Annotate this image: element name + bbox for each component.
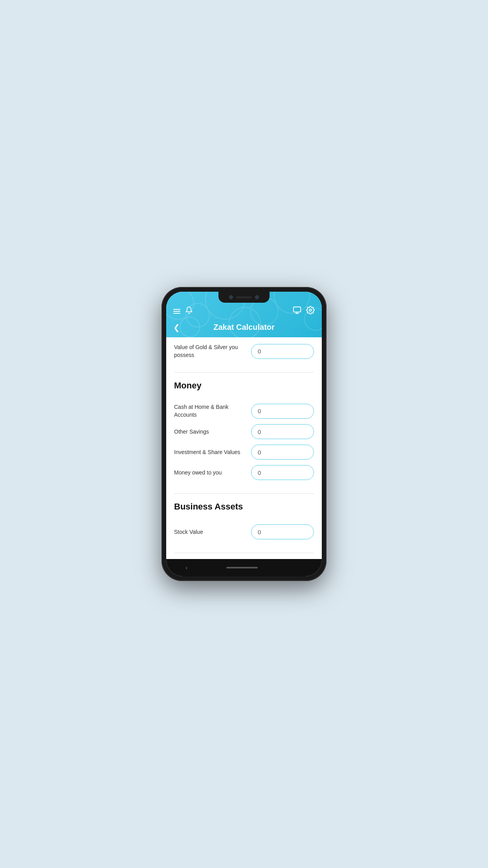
cash-bank-row: Cash at Home & Bank Accounts xyxy=(174,403,314,419)
money-section: Money Cash at Home & Bank Accounts Other… xyxy=(166,379,322,492)
money-heading: Money xyxy=(166,379,322,397)
investment-share-label: Investment & Share Values xyxy=(174,449,251,456)
header-icons-right xyxy=(293,306,315,316)
other-savings-input[interactable] xyxy=(251,424,314,439)
cash-bank-label: Cash at Home & Bank Accounts xyxy=(174,403,251,419)
divider-2 xyxy=(174,493,314,494)
bottom-bar: ‹ xyxy=(166,559,322,576)
money-owed-input[interactable] xyxy=(251,465,314,480)
page-title: Zakat Calculator xyxy=(213,323,275,332)
stock-value-label: Stock Value xyxy=(174,528,251,536)
header-title-bar: ❮ Zakat Calculator xyxy=(166,320,322,337)
header-icons-left xyxy=(173,306,193,316)
notch-camera-2 xyxy=(255,295,259,299)
business-form: Stock Value xyxy=(166,518,322,551)
notch xyxy=(218,292,270,303)
svg-point-11 xyxy=(309,309,312,311)
svg-rect-8 xyxy=(294,307,301,312)
stock-value-input[interactable] xyxy=(251,524,314,539)
menu-icon[interactable] xyxy=(173,309,180,314)
phone-screen: ❮ Zakat Calculator Value of Gold & Silve… xyxy=(166,292,322,576)
gold-silver-input[interactable] xyxy=(251,344,314,359)
home-indicator[interactable] xyxy=(226,567,258,568)
gold-silver-label: Value of Gold & Silver you possess xyxy=(174,344,251,359)
other-savings-row: Other Savings xyxy=(174,424,314,439)
gold-silver-row: Value of Gold & Silver you possess xyxy=(174,344,314,359)
gold-silver-section: Value of Gold & Silver you possess xyxy=(166,337,322,371)
back-button[interactable]: ❮ xyxy=(173,323,180,332)
back-nav-icon[interactable]: ‹ xyxy=(186,565,188,571)
stock-value-row: Stock Value xyxy=(174,524,314,539)
investment-share-row: Investment & Share Values xyxy=(174,445,314,460)
divider-1 xyxy=(174,372,314,373)
money-owed-label: Money owed to you xyxy=(174,469,251,477)
phone-frame: ❮ Zakat Calculator Value of Gold & Silve… xyxy=(161,287,327,581)
business-heading: Business Assets xyxy=(166,500,322,518)
money-owed-row: Money owed to you xyxy=(174,465,314,480)
investment-share-input[interactable] xyxy=(251,445,314,460)
business-section: Business Assets Stock Value xyxy=(166,500,322,551)
divider-3 xyxy=(174,553,314,553)
cash-bank-input[interactable] xyxy=(251,404,314,419)
notch-camera xyxy=(229,295,233,299)
other-savings-label: Other Savings xyxy=(174,428,251,436)
bell-icon[interactable] xyxy=(185,306,193,316)
notch-speaker xyxy=(236,296,252,298)
money-form: Cash at Home & Bank Accounts Other Savin… xyxy=(166,397,322,492)
content-area: Value of Gold & Silver you possess Money… xyxy=(166,337,322,559)
settings-icon[interactable] xyxy=(306,306,315,316)
cube-icon[interactable] xyxy=(293,306,301,316)
